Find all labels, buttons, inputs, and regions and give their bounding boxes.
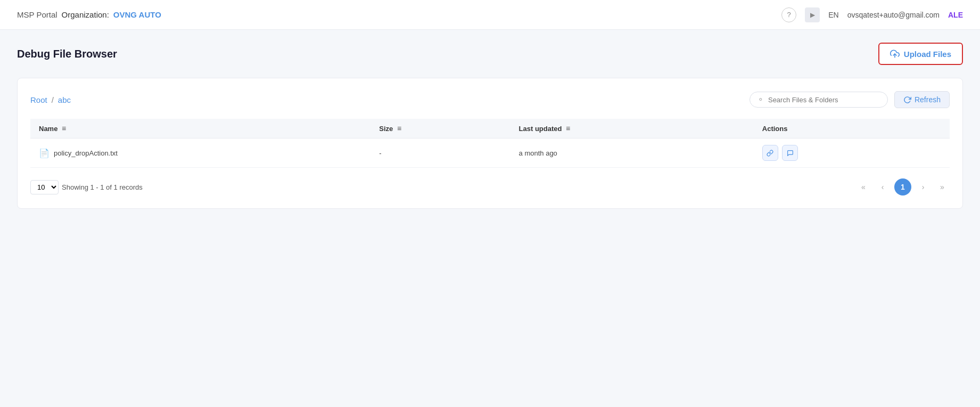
cell-size: - [370,139,510,168]
current-page-button[interactable]: 1 [894,178,911,196]
table-body: 📄 policy_dropAction.txt - a month ago [30,139,950,168]
col-header-size: Size ≡ [370,119,510,139]
search-icon: ⚬ [757,95,764,104]
last-page-button[interactable]: » [935,180,950,194]
breadcrumb-root[interactable]: Root [30,95,47,104]
table-row: 📄 policy_dropAction.txt - a month ago [30,139,950,168]
cell-name: 📄 policy_dropAction.txt [30,139,370,168]
breadcrumb-separator: / [52,95,54,104]
upload-btn-label: Upload Files [904,50,951,59]
link-action-button[interactable] [762,145,778,161]
refresh-button[interactable]: Refresh [894,91,950,108]
user-initials[interactable]: ALE [948,11,963,19]
breadcrumb-current[interactable]: abc [58,95,71,104]
col-menu-icon-updated[interactable]: ≡ [564,124,570,133]
play-icon[interactable]: ▶ [805,7,820,22]
col-menu-icon-size[interactable]: ≡ [395,124,401,133]
breadcrumb: Root / abc [30,95,71,104]
nav-left: MSP Portal Organization: OVNG AUTO [17,10,161,19]
col-header-name: Name ≡ [30,119,370,139]
main-container: Debug File Browser Upload Files Root / a… [0,30,980,407]
breadcrumb-search-row: Root / abc ⚬ Refresh [30,91,950,108]
file-name: policy_dropAction.txt [54,149,118,157]
table-header: Name ≡ Size ≡ Last updated ≡ Actions [30,119,950,139]
upload-files-button[interactable]: Upload Files [878,43,963,65]
org-prefix: Organization: [62,10,109,19]
pagination-controls: « ‹ 1 › » [856,178,950,196]
showing-records-text: Showing 1 - 1 of 1 records [62,183,143,191]
search-refresh-group: ⚬ Refresh [750,91,950,108]
refresh-label: Refresh [915,95,941,104]
file-icon: 📄 [39,148,50,158]
user-email: ovsqatest+auto@gmail.com [847,11,940,19]
nav-right: ? ▶ EN ovsqatest+auto@gmail.com ALE [781,7,963,22]
file-browser-card: Root / abc ⚬ Refresh [17,78,963,209]
language-selector[interactable]: EN [828,11,838,19]
page-header: Debug File Browser Upload Files [17,43,963,65]
comment-action-button[interactable] [782,145,798,161]
col-header-actions: Actions [754,119,950,139]
refresh-icon [903,96,911,104]
first-page-button[interactable]: « [856,180,871,194]
chat-icon [787,150,794,157]
upload-icon [890,49,900,59]
link-icon [767,150,773,157]
per-page-selector: 10 25 50 Showing 1 - 1 of 1 records [30,180,143,194]
prev-page-button[interactable]: ‹ [875,180,890,194]
page-title: Debug File Browser [17,48,117,60]
next-page-button[interactable]: › [916,180,930,194]
per-page-dropdown[interactable]: 10 25 50 [30,180,59,194]
top-navigation: MSP Portal Organization: OVNG AUTO ? ▶ E… [0,0,980,30]
cell-last-updated: a month ago [510,139,754,168]
file-table: Name ≡ Size ≡ Last updated ≡ Actions [30,119,950,168]
col-menu-icon-name[interactable]: ≡ [60,124,66,133]
search-box[interactable]: ⚬ [750,92,888,108]
org-name[interactable]: OVNG AUTO [113,10,161,19]
col-header-last-updated: Last updated ≡ [510,119,754,139]
help-icon[interactable]: ? [781,7,796,22]
cell-actions [754,139,950,168]
portal-label: MSP Portal [17,10,57,19]
pagination-row: 10 25 50 Showing 1 - 1 of 1 records « ‹ … [30,178,950,196]
search-input[interactable] [768,96,880,104]
